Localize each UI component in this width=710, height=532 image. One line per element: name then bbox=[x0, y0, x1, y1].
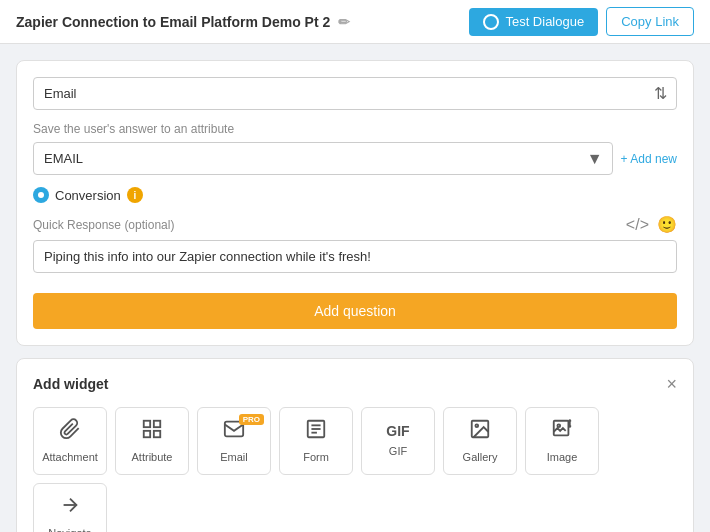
test-button-label: Test Dialogue bbox=[505, 14, 584, 29]
image-label: Image bbox=[547, 451, 578, 464]
attachment-label: Attachment bbox=[42, 451, 98, 464]
image-icon bbox=[551, 418, 573, 445]
copy-link-button[interactable]: Copy Link bbox=[606, 7, 694, 36]
widget-item-navigate[interactable]: Navigate bbox=[33, 483, 107, 532]
widget-item-attachment[interactable]: Attachment bbox=[33, 407, 107, 475]
widget-title: Add widget bbox=[33, 376, 108, 392]
attribute-label: Attribute bbox=[132, 451, 173, 464]
gif-label: GIF bbox=[389, 445, 407, 458]
conversion-circle-icon bbox=[33, 187, 49, 203]
input-type-select[interactable]: Email Text Phone bbox=[33, 77, 677, 110]
form-label: Form bbox=[303, 451, 329, 464]
top-bar-actions: Test Dialogue Copy Link bbox=[469, 7, 694, 36]
close-widget-button[interactable]: × bbox=[666, 375, 677, 393]
svg-rect-1 bbox=[154, 421, 160, 427]
form-card: Email Text Phone ⇅ Save the user's answe… bbox=[16, 60, 694, 346]
input-type-field: Email Text Phone ⇅ bbox=[33, 77, 677, 110]
widget-item-image[interactable]: Image bbox=[525, 407, 599, 475]
conversion-label: Conversion bbox=[55, 188, 121, 203]
widget-header: Add widget × bbox=[33, 375, 677, 393]
attribute-icon bbox=[141, 418, 163, 445]
widget-item-email[interactable]: PRO Email bbox=[197, 407, 271, 475]
svg-point-10 bbox=[475, 424, 478, 427]
conversion-row: Conversion i bbox=[33, 187, 677, 203]
widget-item-form[interactable]: Form bbox=[279, 407, 353, 475]
add-new-link[interactable]: + Add new bbox=[621, 152, 677, 166]
quick-response-input[interactable] bbox=[33, 240, 677, 273]
gallery-label: Gallery bbox=[463, 451, 498, 464]
form-icon bbox=[305, 418, 327, 445]
info-icon[interactable]: i bbox=[127, 187, 143, 203]
add-question-button[interactable]: Add question bbox=[33, 293, 677, 329]
quick-response-label: Quick Response (optional) bbox=[33, 218, 174, 232]
copy-button-label: Copy Link bbox=[621, 14, 679, 29]
save-attribute-label: Save the user's answer to an attribute bbox=[33, 122, 677, 136]
quick-response-icons: </> 🙂 bbox=[626, 215, 677, 234]
svg-rect-0 bbox=[144, 421, 150, 427]
widget-item-gallery[interactable]: Gallery bbox=[443, 407, 517, 475]
gallery-icon bbox=[469, 418, 491, 445]
quick-response-header: Quick Response (optional) </> 🙂 bbox=[33, 215, 677, 234]
add-question-label: Add question bbox=[314, 303, 396, 319]
widget-row-1: Attachment Attribute PRO Email Form bbox=[33, 407, 677, 532]
emoji-icon-button[interactable]: 🙂 bbox=[657, 215, 677, 234]
widget-card: Add widget × Attachment Attribute PRO bbox=[16, 358, 694, 532]
svg-rect-2 bbox=[144, 431, 150, 437]
attachment-icon bbox=[59, 418, 81, 445]
main-content: Email Text Phone ⇅ Save the user's answe… bbox=[0, 44, 710, 532]
widget-item-attribute[interactable]: Attribute bbox=[115, 407, 189, 475]
attribute-select[interactable]: EMAIL NAME PHONE bbox=[33, 142, 613, 175]
circle-icon bbox=[483, 14, 499, 30]
navigate-label: Navigate bbox=[48, 527, 91, 532]
title-text: Zapier Connection to Email Platform Demo… bbox=[16, 14, 330, 30]
top-bar: Zapier Connection to Email Platform Demo… bbox=[0, 0, 710, 44]
email-label: Email bbox=[220, 451, 248, 464]
svg-rect-11 bbox=[554, 421, 569, 436]
code-icon-button[interactable]: </> bbox=[626, 216, 649, 234]
svg-rect-3 bbox=[154, 431, 160, 437]
edit-icon[interactable]: ✏ bbox=[338, 14, 350, 30]
email-pro-badge: PRO bbox=[239, 414, 264, 425]
svg-point-15 bbox=[557, 424, 560, 427]
attribute-row: EMAIL NAME PHONE ▼ + Add new bbox=[33, 142, 677, 175]
gif-icon: GIF bbox=[386, 423, 409, 439]
test-dialogue-button[interactable]: Test Dialogue bbox=[469, 8, 598, 36]
widget-item-gif[interactable]: GIF GIF bbox=[361, 407, 435, 475]
navigate-icon bbox=[59, 494, 81, 521]
page-title: Zapier Connection to Email Platform Demo… bbox=[16, 14, 350, 30]
